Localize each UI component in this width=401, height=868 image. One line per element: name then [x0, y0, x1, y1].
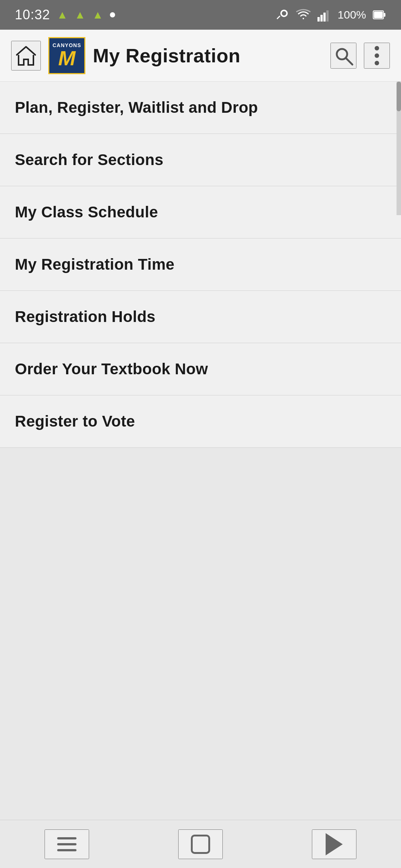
home-button[interactable] [11, 41, 41, 70]
home-nav-icon [191, 835, 210, 854]
canyons-logo-letter: M [58, 48, 76, 69]
menu-item-register-vote[interactable]: Register to Vote [0, 395, 401, 448]
app-title-area: canyons M My Registration [48, 37, 330, 74]
svg-line-8 [346, 58, 352, 65]
android-icon-3: ▲ [92, 9, 104, 21]
menu-item-order-textbook[interactable]: Order Your Textbook Now [0, 343, 401, 395]
svg-point-9 [375, 46, 379, 50]
svg-point-11 [375, 61, 379, 65]
battery-icon [373, 8, 386, 22]
nav-home-button[interactable] [178, 829, 223, 859]
svg-rect-3 [326, 10, 329, 22]
svg-point-10 [375, 53, 379, 58]
svg-rect-6 [374, 11, 383, 18]
menu-item-plan-register[interactable]: Plan, Register, Waitlist and Drop [0, 82, 401, 134]
signal-icon [317, 8, 331, 22]
menu-list: Plan, Register, Waitlist and Drop Search… [0, 82, 401, 448]
svg-rect-1 [320, 15, 323, 22]
scrollbar-track[interactable] [397, 82, 401, 215]
more-options-button[interactable] [364, 43, 390, 69]
battery-percent: 100% [338, 9, 366, 21]
status-bar: 10:32 ▲ ▲ ▲ 100% [0, 0, 401, 30]
menu-item-search-sections[interactable]: Search for Sections [0, 134, 401, 186]
nav-recent-apps-button[interactable] [45, 829, 89, 859]
search-button[interactable] [330, 43, 356, 69]
recent-apps-icon [57, 837, 76, 851]
svg-rect-0 [317, 17, 320, 22]
android-icon-1: ▲ [57, 9, 68, 21]
app-title: My Registration [93, 45, 241, 67]
menu-item-registration-time[interactable]: My Registration Time [0, 239, 401, 291]
status-dot [110, 12, 115, 17]
menu-item-registration-holds[interactable]: Registration Holds [0, 291, 401, 343]
app-bar: canyons M My Registration [0, 30, 401, 82]
back-icon [326, 833, 343, 855]
wifi-icon [296, 8, 311, 22]
bottom-navigation [0, 820, 401, 868]
svg-rect-2 [323, 13, 326, 22]
key-icon [276, 8, 289, 22]
status-time: 10:32 [15, 7, 50, 23]
menu-item-class-schedule[interactable]: My Class Schedule [0, 186, 401, 239]
empty-area [0, 448, 401, 835]
status-bar-left: 10:32 ▲ ▲ ▲ [15, 7, 115, 23]
android-icon-2: ▲ [75, 9, 86, 21]
canyons-logo: canyons M [48, 37, 85, 74]
svg-rect-5 [384, 13, 385, 17]
status-bar-right: 100% [276, 8, 386, 22]
nav-back-button[interactable] [312, 829, 356, 859]
app-bar-actions [330, 43, 390, 69]
scrollbar-thumb[interactable] [397, 82, 401, 111]
